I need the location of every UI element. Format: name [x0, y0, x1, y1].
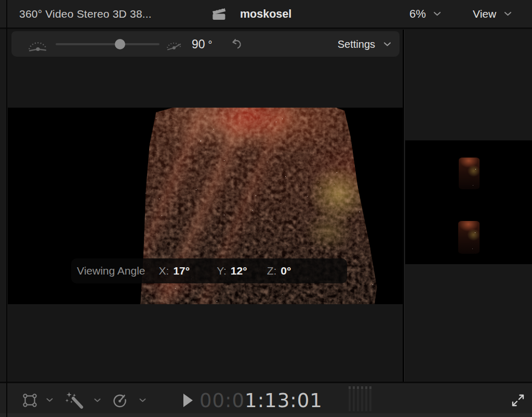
left-eye-thumbnail	[459, 158, 480, 189]
chevron-down-icon	[94, 398, 101, 402]
reset-fov-button[interactable]	[230, 38, 243, 50]
timecode-display[interactable]: 00:01:13:01	[200, 389, 323, 411]
chevron-down-icon	[46, 398, 53, 402]
window-left-margin	[0, 30, 6, 382]
zoom-level-menu[interactable]: 6%	[409, 7, 441, 21]
effects-wand-menu[interactable]	[64, 392, 101, 409]
view-menu[interactable]: View	[473, 8, 512, 20]
chevron-down-icon	[504, 11, 512, 16]
y-axis-label: Y:	[217, 265, 227, 277]
fov-slider-thumb[interactable]	[115, 39, 125, 49]
chevron-down-icon	[433, 11, 441, 16]
play-button[interactable]	[183, 393, 193, 407]
video-canvas[interactable]: Viewing Angle X: 17° Y: 12° Z: 0°	[8, 108, 403, 304]
meter-bar	[361, 386, 363, 411]
fov-slider[interactable]	[56, 38, 159, 50]
meter-bar	[365, 386, 367, 411]
zoom-level-value: 6%	[409, 7, 426, 21]
meter-bar	[353, 386, 355, 411]
meter-bar	[357, 386, 359, 411]
view-menu-label: View	[473, 8, 496, 20]
stereo-preview-strip	[405, 140, 532, 264]
z-axis-value: 0°	[281, 265, 291, 277]
transform-icon	[22, 393, 38, 408]
viewing-angle-label: Viewing Angle	[77, 265, 145, 277]
chevron-down-icon	[383, 42, 391, 46]
window-bottom-edge	[0, 413, 532, 417]
x-axis-label: X:	[159, 265, 169, 277]
speedometer-icon	[111, 393, 129, 408]
y-axis-value: 12°	[231, 265, 247, 277]
right-eye-thumbnail	[458, 221, 480, 254]
fov-value: 90	[192, 37, 205, 50]
app-window: 360° Video Stereo 3D 38... moskosel 6% V…	[0, 0, 532, 417]
expand-fullscreen-button[interactable]	[511, 393, 525, 408]
settings-menu-label: Settings	[338, 38, 375, 50]
stereo-preview-panel	[405, 30, 532, 382]
timecode-current: 1:13:01	[245, 389, 323, 411]
clip-name: moskosel	[240, 7, 291, 20]
fov-wide-gauge-icon[interactable]	[26, 36, 48, 52]
z-axis-label: Z:	[267, 265, 277, 277]
pane-divider[interactable]	[403, 30, 405, 382]
x-axis-value: 17°	[173, 265, 190, 277]
transport-bar: 00:01:13:01	[0, 382, 532, 417]
magic-wand-icon	[64, 392, 84, 409]
settings-menu[interactable]: Settings	[338, 38, 391, 50]
project-title: 360° Video Stereo 3D 38...	[19, 8, 152, 20]
transform-menu[interactable]	[22, 393, 53, 408]
audio-meters[interactable]	[349, 386, 371, 411]
fov-narrow-gauge-icon[interactable]	[165, 37, 182, 51]
viewer-pane: 90° Settings Viewing Angle	[7, 30, 403, 382]
retime-menu[interactable]	[111, 393, 146, 408]
meter-bar	[369, 386, 371, 411]
chevron-down-icon	[139, 398, 146, 402]
fov-degree-unit: °	[208, 38, 212, 50]
viewer-options-toolbar: 90° Settings	[11, 31, 400, 57]
viewing-angle-overlay: Viewing Angle X: 17° Y: 12° Z: 0°	[71, 258, 347, 283]
fov-slider-track[interactable]	[56, 43, 159, 45]
timecode-leading: 00:0	[200, 389, 245, 411]
fov-value-readout[interactable]: 90°	[192, 37, 212, 51]
meter-bar	[349, 386, 351, 411]
clapper-icon	[211, 7, 227, 21]
pane-edge-line	[6, 0, 7, 417]
title-bar: 360° Video Stereo 3D 38... moskosel 6% V…	[0, 0, 532, 29]
